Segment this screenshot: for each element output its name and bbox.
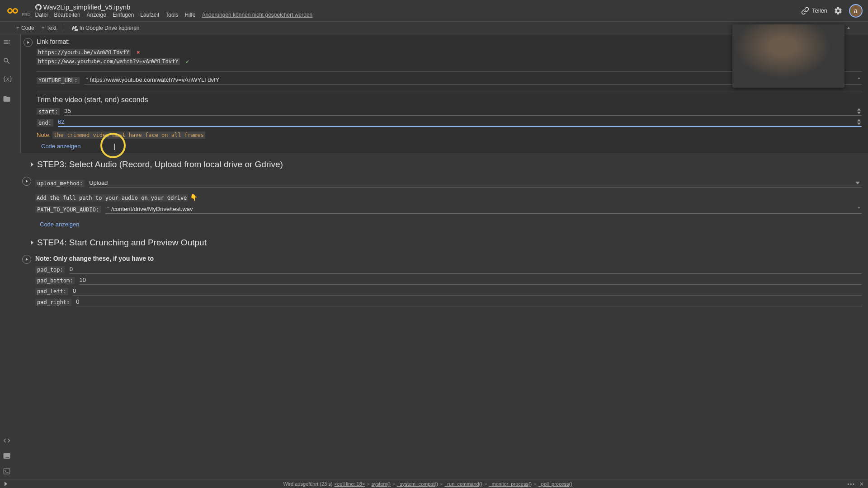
footer: Wird ausgeführt (23 s) <cell line: 18> >… (0, 479, 868, 488)
menu-bearbeiten[interactable]: Bearbeiten (54, 12, 80, 18)
menu-anzeige[interactable]: Anzeige (87, 12, 106, 18)
run-button[interactable] (24, 38, 33, 47)
more-dots[interactable]: ••• (847, 481, 855, 487)
collapse-icon[interactable] (30, 162, 34, 167)
webcam-overlay (732, 24, 844, 88)
header-right: Teilen a (801, 4, 863, 18)
pad-left-label: pad_left: (35, 288, 68, 295)
main[interactable]: Link format: https://youtu.be/vAnWYLTdvf… (14, 34, 868, 479)
menu-tools[interactable]: Tools (165, 12, 178, 18)
svg-rect-2 (4, 469, 10, 474)
menu-einfuegen[interactable]: Einfügen (113, 12, 134, 18)
start-row: start: (37, 108, 862, 116)
pad-top-label: pad_top: (35, 266, 65, 273)
footer-right: ••• (847, 481, 864, 487)
end-row: end: (37, 118, 862, 127)
vars-icon[interactable]: {x} (3, 76, 11, 84)
code-icon[interactable] (3, 436, 11, 445)
audio-path-input[interactable] (111, 206, 856, 212)
step4-note: Note: Only change these, if you have to (35, 255, 862, 262)
toc-icon[interactable] (3, 38, 11, 46)
pad-top-row: pad_top: (35, 266, 862, 274)
step3-header[interactable]: STEP3: Select Audio (Record, Upload from… (14, 153, 868, 173)
pad-right-input-wrap[interactable] (76, 298, 862, 306)
folder-icon[interactable] (3, 95, 11, 103)
spinner[interactable] (856, 118, 862, 126)
note-row: Note: the trimmed video must have face o… (37, 131, 862, 138)
gear-icon[interactable] (834, 6, 843, 15)
run-button[interactable] (22, 177, 31, 186)
trace-frame[interactable]: _monitor_process() (489, 481, 532, 487)
upload-method-select[interactable]: Upload (89, 179, 862, 188)
trace-frame[interactable]: _poll_process() (538, 481, 572, 487)
pad-top-input[interactable] (70, 266, 862, 272)
cell-content: Note: Only change these, if you have to … (33, 251, 868, 313)
pad-left-input-wrap[interactable] (73, 287, 862, 296)
separator (64, 24, 64, 32)
pad-left-input[interactable] (73, 287, 862, 294)
notebook-title[interactable]: Wav2Lip_simplified_v5.ipynb (35, 3, 313, 11)
audio-path-row: PATH_TO_YOUR_AUDIO: " " (35, 206, 862, 214)
trace-frame[interactable]: <cell line: 18> (334, 481, 365, 487)
expand-icon[interactable] (4, 482, 8, 486)
upload-method-label: upload_method: (35, 180, 85, 187)
show-code-link[interactable]: Code anzeigen (41, 143, 80, 150)
trace-frame[interactable]: system() (372, 481, 391, 487)
title-section: Wav2Lip_simplified_v5.ipynb Datei Bearbe… (35, 3, 313, 18)
start-input-wrap[interactable] (64, 108, 862, 116)
link-icon (801, 7, 809, 15)
collapse-icon[interactable] (30, 240, 34, 245)
pad-top-input-wrap[interactable] (70, 266, 862, 274)
show-code-link[interactable]: Code anzeigen (40, 221, 79, 228)
end-input-wrap[interactable] (58, 118, 862, 127)
menu-laufzeit[interactable]: Laufzeit (140, 12, 159, 18)
point-down-icon: 👇 (190, 194, 198, 201)
share-button[interactable]: Teilen (801, 7, 827, 15)
svg-point-1 (13, 9, 17, 13)
step4-title: STEP4: Start Crunching and Preview Outpu… (37, 238, 207, 248)
menu-hilfe[interactable]: Hilfe (184, 12, 195, 18)
colab-logo[interactable] (5, 4, 20, 18)
gdrive-hint-row: Add the full path to your audio on your … (35, 194, 862, 201)
check-icon: ✔ (186, 58, 189, 65)
spin-up-icon (856, 118, 862, 122)
cell-gutter (21, 34, 35, 153)
pad-bottom-input[interactable] (79, 277, 862, 283)
audio-path-input-wrap[interactable]: " " (105, 206, 862, 214)
pad-right-row: pad_right: (35, 298, 862, 306)
spin-down-icon (856, 122, 862, 126)
plus-icon: + (16, 25, 19, 31)
close-icon[interactable] (859, 481, 864, 487)
copy-drive-button[interactable]: In Google Drive kopieren (71, 25, 140, 31)
cell-step3[interactable]: upload_method: Upload Add the full path … (20, 173, 868, 231)
pad-right-input[interactable] (76, 298, 862, 305)
add-text-button[interactable]: + Text (42, 25, 57, 31)
run-button[interactable] (22, 255, 31, 264)
trace-frame[interactable]: _run_command() (444, 481, 482, 487)
github-icon (35, 4, 42, 10)
cell-gutter (20, 251, 33, 313)
terminal-icon[interactable] (3, 452, 11, 460)
menu-bar: Datei Bearbeiten Anzeige Einfügen Laufze… (35, 12, 313, 18)
step3-title: STEP3: Select Audio (Record, Upload from… (37, 160, 283, 169)
avatar[interactable]: a (849, 4, 863, 18)
pro-badge: PRO (22, 12, 31, 17)
chevron-up-icon[interactable] (845, 25, 852, 31)
pad-bottom-input-wrap[interactable] (79, 277, 862, 285)
spinner[interactable] (856, 108, 862, 115)
x-icon: ✖ (137, 49, 140, 56)
start-input[interactable] (64, 108, 862, 114)
pad-bottom-row: pad_bottom: (35, 277, 862, 285)
trace-frame[interactable]: _system_compat() (397, 481, 438, 487)
save-warning[interactable]: Änderungen können nicht gespeichert werd… (202, 12, 312, 18)
search-icon[interactable] (3, 57, 11, 65)
spin-down-icon (856, 111, 862, 115)
shell-icon[interactable] (3, 467, 11, 475)
header: PRO Wav2Lip_simplified_v5.ipynb Datei Be… (0, 0, 868, 22)
step4-header[interactable]: STEP4: Start Crunching and Preview Outpu… (14, 231, 868, 251)
cell-step4[interactable]: Note: Only change these, if you have to … (20, 251, 868, 313)
menu-datei[interactable]: Datei (35, 12, 48, 18)
end-input[interactable] (58, 118, 862, 125)
audio-path-label: PATH_TO_YOUR_AUDIO: (35, 206, 101, 213)
add-code-button[interactable]: + Code (16, 25, 34, 31)
